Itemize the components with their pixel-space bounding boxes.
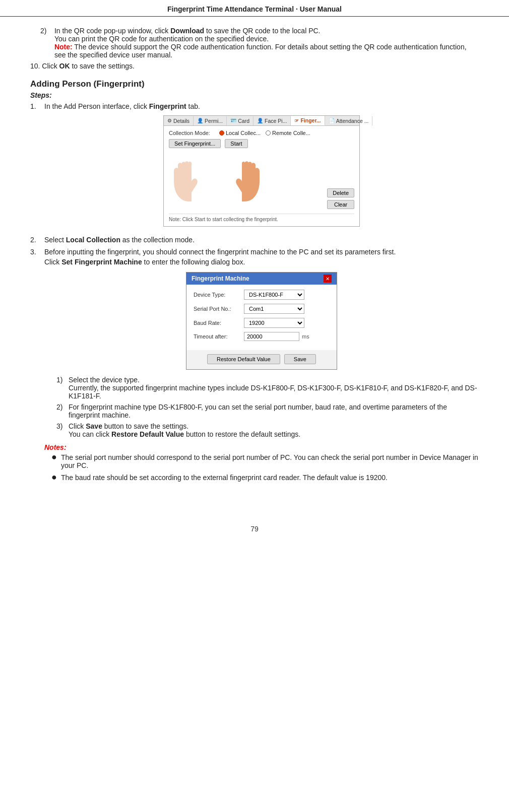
collection-mode-row: Collection Mode: Local Collec... Remote … <box>169 130 354 136</box>
remote-radio[interactable]: Remote Colle... <box>266 130 310 136</box>
timeout-row: Timeout after: ms <box>194 332 330 341</box>
set-fp-machine-bold: Set Fingerprint Machine <box>61 258 142 266</box>
tab-attendance[interactable]: 📄 Attendance ... <box>325 116 373 125</box>
fingerprint-bold: Fingerprint <box>149 102 186 110</box>
fp-tabs: ⚙ Details 👤 Permi... 🪪 Card 👤 Face Pi... <box>164 116 359 126</box>
radio-group: Local Collec... Remote Colle... <box>219 130 310 136</box>
tab-card[interactable]: 🪪 Card <box>227 116 253 125</box>
step-3-line2: Click Set Fingerprint Machine to enter t… <box>44 258 479 266</box>
fm-body: Device Type: DS-K1F800-F Serial Port No.… <box>186 285 337 350</box>
tab-permi[interactable]: 👤 Permi... <box>194 116 227 125</box>
tab-facepi[interactable]: 👤 Face Pi... <box>253 116 291 125</box>
bullet-1-text: The serial port number should correspond… <box>61 453 479 469</box>
step-3-num: 3. <box>30 248 44 486</box>
restore-default-btn[interactable]: Restore Default Value <box>207 354 280 364</box>
baud-rate-label: Baud Rate: <box>194 320 244 326</box>
fp-right-buttons: Delete Clear <box>327 188 354 212</box>
note-text: The device should support the QR code au… <box>54 43 467 59</box>
step-2-line2: You can print the QR code for authentica… <box>54 35 478 43</box>
sub-1-detail: Currently, the supported fingerprint mac… <box>69 384 479 400</box>
details-icon: ⚙ <box>167 118 172 123</box>
clear-btn[interactable]: Clear <box>327 200 354 209</box>
sub-3-line2: You can click Restore Default Value butt… <box>69 430 479 438</box>
step-3: 3. Before inputting the fingerprint, you… <box>30 248 479 486</box>
tab-finger-label: Finger... <box>300 117 321 123</box>
sub-1-num: 1) <box>56 376 69 400</box>
bullet-1-dot: ● <box>51 452 57 461</box>
timeout-unit: ms <box>302 333 309 340</box>
set-fingerprint-btn[interactable]: Set Fingerprint... <box>169 139 221 148</box>
bullet-2-text: The baud rate should be set according to… <box>61 473 479 482</box>
step-2-item: 2) In the QR code pop-up window, click D… <box>40 27 479 59</box>
baud-rate-select[interactable]: 19200 <box>244 318 304 328</box>
sub-step-3: 3) Click Save button to save the setting… <box>56 422 479 438</box>
device-type-label: Device Type: <box>194 292 244 298</box>
bullet-1: ● The serial port number should correspo… <box>51 453 479 469</box>
timeout-input[interactable] <box>244 332 299 341</box>
start-btn[interactable]: Start <box>225 139 247 148</box>
page-content: 2) In the QR code pop-up window, click D… <box>0 17 509 510</box>
bullet-list: ● The serial port number should correspo… <box>51 453 479 482</box>
tab-facepi-label: Face Pi... <box>265 118 287 124</box>
right-hand-icon <box>224 161 265 207</box>
sub-3-num: 3) <box>56 422 69 438</box>
device-type-row: Device Type: DS-K1F800-F <box>194 290 330 300</box>
local-radio[interactable]: Local Collec... <box>219 130 261 136</box>
serial-port-select[interactable]: Com1 <box>244 304 304 314</box>
local-radio-dot <box>219 130 224 136</box>
hands-area: Delete Clear <box>169 152 354 212</box>
sub-3-line1: Click Save button to save the settings. <box>69 422 479 430</box>
serial-port-row: Serial Port No.: Com1 <box>194 304 330 314</box>
permi-icon: 👤 <box>197 118 203 123</box>
sub-2-text: For fingerprint machine type DS-K1F800-F… <box>69 403 447 419</box>
step-1: 1. In the Add Person interface, click Fi… <box>30 102 479 232</box>
header-title: Fingerprint Time Attendance Terminal <box>167 5 294 13</box>
page-header: Fingerprint Time Attendance Terminal · U… <box>0 0 509 17</box>
header-dot: · <box>296 5 300 13</box>
tab-details[interactable]: ⚙ Details <box>164 116 194 125</box>
tab-permi-label: Permi... <box>205 118 223 124</box>
delete-btn[interactable]: Delete <box>327 188 354 197</box>
bullet-2-dot: ● <box>51 472 57 482</box>
tab-finger[interactable]: ☞ Finger... <box>291 116 325 125</box>
sub-2-content: For fingerprint machine type DS-K1F800-F… <box>69 403 479 419</box>
step-2-lc-num: 2. <box>30 236 44 244</box>
restore-bold: Restore Default Value <box>111 430 184 438</box>
step-2-num: 2) <box>40 27 52 35</box>
sub-1-content: Select the device type. Currently, the s… <box>69 376 479 400</box>
tab-card-label: Card <box>238 118 249 124</box>
step-2-note: Note: The device should support the QR c… <box>54 43 478 59</box>
step-10: 10. Click OK to save the settings. <box>30 62 479 70</box>
header-subtitle: User Manual <box>300 5 342 13</box>
tab-attendance-label: Attendance ... <box>336 118 369 124</box>
ok-bold: OK <box>59 62 70 70</box>
note-label: Note: <box>54 43 73 51</box>
save-bold: Save <box>86 422 102 430</box>
card-icon: 🪪 <box>230 118 236 123</box>
page-number: 79 <box>0 525 509 533</box>
bullet-2: ● The baud rate should be set according … <box>51 473 479 482</box>
left-hand-icon <box>169 161 209 207</box>
fp-buttons-row: Set Fingerprint... Start <box>169 139 354 148</box>
finger-icon: ☞ <box>294 118 299 123</box>
fp-screenshot-note: Note: Click Start to start collecting th… <box>169 214 354 222</box>
sub-3-content: Click Save button to save the settings. … <box>69 422 479 438</box>
baud-rate-row: Baud Rate: 19200 <box>194 318 330 328</box>
device-type-select[interactable]: DS-K1F800-F <box>244 290 304 300</box>
section-title: Adding Person (Fingerprint) <box>30 79 479 89</box>
step-2-line1: In the QR code pop-up window, click Down… <box>54 27 478 35</box>
local-collection-bold: Local Collection <box>66 236 120 244</box>
fm-close-btn[interactable]: ✕ <box>324 275 332 283</box>
tab-details-label: Details <box>173 118 189 124</box>
sub-2-num: 2) <box>56 403 69 419</box>
download-bold: Download <box>170 27 204 35</box>
step-2-content: In the QR code pop-up window, click Down… <box>54 27 478 59</box>
attendance-icon: 📄 <box>329 118 335 123</box>
fingerprint-machine-dialog: Fingerprint Machine ✕ Device Type: DS-K1… <box>186 272 337 370</box>
sub-1-text: Select the device type. <box>69 376 479 384</box>
serial-port-label: Serial Port No.: <box>194 306 244 312</box>
step-2-lc-content: Select Local Collection as the collectio… <box>44 236 479 244</box>
save-btn[interactable]: Save <box>284 354 316 364</box>
collection-mode-label: Collection Mode: <box>169 130 219 136</box>
sub-step-1: 1) Select the device type. Currently, th… <box>56 376 479 400</box>
